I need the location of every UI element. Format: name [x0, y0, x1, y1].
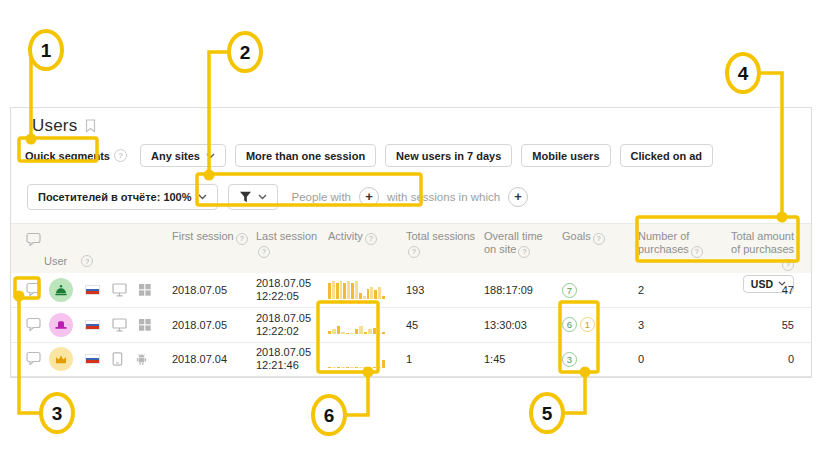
activity-bar	[374, 290, 377, 299]
table-row[interactable]: 2018.07.05 2018.07.05 12:22:02 45 13:30:…	[11, 307, 811, 341]
flag-russia-icon	[85, 354, 100, 364]
flag-russia-icon	[85, 285, 100, 295]
users-report-page: Users Quick segments ? Any sites More th…	[0, 0, 821, 455]
chevron-down-icon	[198, 194, 207, 200]
cell-goals: 61	[554, 317, 630, 332]
cell-total-sessions: 45	[398, 319, 476, 331]
user-avatar[interactable]	[49, 347, 73, 371]
cell-purchases: 3	[630, 319, 714, 331]
help-icon[interactable]: ?	[593, 233, 605, 245]
goal-badge[interactable]: 3	[562, 352, 577, 367]
cell-last-session: 2018.07.05 12:22:05	[248, 277, 320, 303]
activity-bar	[341, 332, 344, 334]
help-icon[interactable]: ?	[518, 246, 530, 258]
user-avatar[interactable]	[49, 278, 73, 302]
crown-icon	[54, 353, 68, 365]
activity-bar	[382, 296, 385, 299]
help-icon[interactable]: ?	[691, 246, 703, 258]
cloche-icon	[54, 284, 68, 297]
cell-overall-time: 188:17:09	[476, 284, 554, 296]
cell-first-session: 2018.07.04	[164, 353, 248, 365]
help-icon[interactable]: ?	[258, 246, 270, 258]
cell-last-session: 2018.07.05 12:21:46	[248, 346, 320, 372]
windows-icon	[139, 284, 151, 296]
filter-button[interactable]	[228, 184, 278, 210]
activity-bar	[363, 296, 366, 299]
quick-segments-row: Quick segments ? Any sites More than one…	[11, 144, 811, 167]
col-overall-time[interactable]: Overall time on site?	[476, 224, 554, 293]
goal-badge[interactable]: 7	[562, 283, 577, 298]
cell-total-sessions: 1	[398, 353, 476, 365]
activity-bar	[328, 331, 331, 334]
cell-purchases: 2	[630, 284, 714, 296]
comment-icon[interactable]	[26, 317, 41, 331]
activity-bar	[336, 283, 339, 299]
comment-icon[interactable]	[26, 351, 41, 365]
cell-amount: 55	[714, 319, 811, 331]
help-icon[interactable]: ?	[782, 259, 794, 271]
page-title: Users	[32, 116, 77, 136]
svg-text:3: 3	[52, 403, 63, 424]
activity-bar	[373, 328, 376, 334]
comment-icon[interactable]	[26, 282, 41, 296]
help-icon[interactable]: ?	[236, 233, 248, 245]
cell-amount: 47	[714, 284, 811, 296]
funnel-icon	[239, 191, 252, 203]
help-icon[interactable]: ?	[81, 255, 93, 267]
col-first-session[interactable]: First session?	[164, 224, 248, 293]
col-purchases[interactable]: Number of purchases?	[630, 224, 714, 293]
cell-first-session: 2018.07.05	[164, 284, 248, 296]
add-user-condition-button[interactable]: +	[359, 187, 379, 207]
goal-badge[interactable]: 6	[562, 317, 577, 332]
activity-bar	[350, 333, 353, 334]
bookmark-icon[interactable]	[85, 119, 96, 133]
segment-button-mobile-users[interactable]: Mobile users	[521, 144, 610, 167]
table-body: 2018.07.05 2018.07.05 12:22:05 193 188:1…	[11, 273, 811, 377]
cell-goals: 3	[554, 352, 630, 367]
activity-bar	[328, 367, 331, 368]
activity-sparkline	[328, 350, 385, 368]
svg-text:2: 2	[240, 42, 251, 63]
controls-row: Посетителей в отчёте: 100% People with +…	[11, 183, 811, 210]
segment-button-more-than-one-session[interactable]: More than one session	[235, 144, 376, 167]
col-amount[interactable]: Total amount of purchases? USD	[714, 224, 811, 293]
activity-bar	[350, 367, 353, 368]
activity-bar	[382, 360, 385, 369]
activity-bar	[377, 367, 380, 368]
comment-icon	[26, 232, 41, 246]
activity-bar	[347, 281, 350, 299]
cell-amount: 0	[714, 353, 811, 365]
help-icon[interactable]: ?	[365, 233, 377, 245]
cell-total-sessions: 193	[398, 284, 476, 296]
activity-bar	[343, 283, 346, 300]
activity-bar	[340, 281, 343, 299]
flag-russia-icon	[85, 320, 100, 330]
activity-sparkline	[328, 281, 385, 299]
activity-bar	[346, 367, 349, 368]
quick-segments-label: Quick segments ?	[25, 149, 127, 162]
goal-badge[interactable]: 1	[580, 317, 595, 332]
add-session-condition-button[interactable]: +	[508, 187, 528, 207]
chevron-down-icon	[258, 194, 267, 200]
user-avatar[interactable]	[49, 313, 73, 337]
segment-button-any-sites[interactable]: Any sites	[140, 144, 226, 167]
segment-button-clicked-on-ad[interactable]: Clicked on ad	[620, 144, 714, 167]
activity-bar	[355, 367, 358, 368]
activity-bar	[359, 293, 362, 299]
with-sessions-label: with sessions in which	[387, 191, 500, 203]
svg-text:1: 1	[41, 40, 52, 61]
activity-bar	[351, 283, 354, 299]
col-total-sessions[interactable]: Total sessions?	[398, 224, 476, 293]
svg-text:5: 5	[542, 403, 553, 424]
desktop-icon	[112, 318, 127, 332]
table-row[interactable]: 2018.07.04 2018.07.05 12:21:46 1 1:45 3 …	[11, 342, 811, 376]
help-icon[interactable]: ?	[114, 149, 127, 162]
cell-overall-time: 1:45	[476, 353, 554, 365]
visitors-in-report-select[interactable]: Посетителей в отчёте: 100%	[27, 184, 218, 210]
help-icon[interactable]: ?	[408, 246, 420, 258]
svg-text:4: 4	[738, 63, 749, 84]
activity-bar	[332, 281, 335, 299]
activity-bar	[337, 326, 340, 334]
phone-icon	[112, 352, 123, 366]
segment-button-new-users-7-days[interactable]: New users in 7 days	[385, 144, 512, 167]
